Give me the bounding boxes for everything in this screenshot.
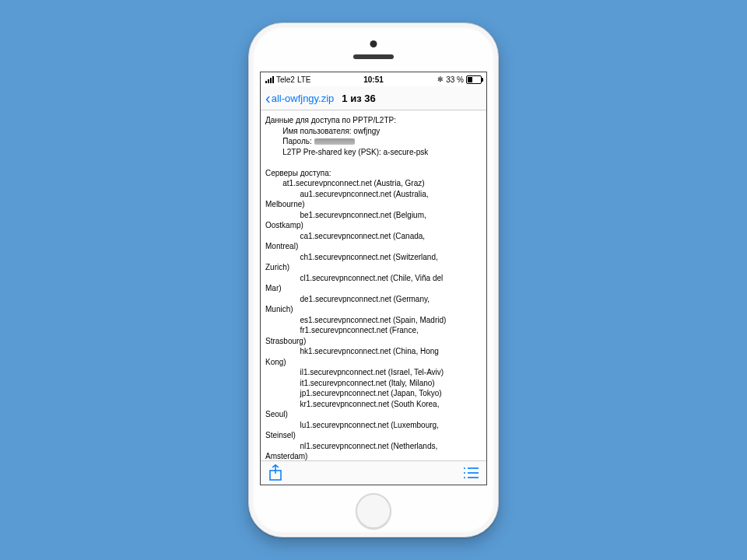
server-line: cl1.securevpnconnect.net (Chile, Viña de… <box>300 274 443 282</box>
psk-line: L2TP Pre-shared key (PSK): a-secure-psk <box>282 148 428 156</box>
server-line: il1.securevpnconnect.net (Israel, Tel-Av… <box>300 368 444 376</box>
doc-header: Данные для доступа по PPTP/L2TP: <box>265 116 396 124</box>
server-line: Steinsel) <box>265 431 296 439</box>
front-camera <box>370 40 377 47</box>
server-line: hk1.securevpnconnect.net (China, Hong <box>300 347 438 355</box>
servers-header: Серверы доступа: <box>265 169 331 177</box>
list-icon[interactable] <box>463 467 479 479</box>
earpiece-speaker <box>353 54 394 59</box>
server-line: kr1.securevpnconnect.net (South Korea, <box>300 400 439 408</box>
status-bar: Tele2 LTE 10:51 ✻ 33 % <box>261 72 486 86</box>
nav-title: 1 из 36 <box>342 93 375 104</box>
server-line: Seoul) <box>265 410 288 418</box>
server-line: ch1.securevpnconnect.net (Switzerland, <box>300 253 437 261</box>
server-line: au1.securevpnconnect.net (Australia, <box>300 190 428 198</box>
server-line: Melbourne) <box>265 200 305 208</box>
back-button[interactable]: all-owfjngy.zip <box>272 93 335 104</box>
back-chevron-icon[interactable]: ‹ <box>265 90 271 106</box>
svg-point-1 <box>464 467 465 469</box>
phone-frame: Tele2 LTE 10:51 ✻ 33 % ‹ all-owfjngy.zip… <box>248 23 499 537</box>
server-line: Kong) <box>265 358 286 366</box>
username-line: Имя пользователя: owfjngy <box>282 127 380 135</box>
server-line: it1.securevpnconnect.net (Italy, Milano) <box>300 379 434 387</box>
server-line: Mar) <box>265 284 282 292</box>
server-line: lu1.securevpnconnect.net (Luxembourg, <box>300 421 438 429</box>
server-line: Strasbourg) <box>265 337 306 345</box>
server-line: Oostkamp) <box>265 221 303 229</box>
screen: Tele2 LTE 10:51 ✻ 33 % ‹ all-owfjngy.zip… <box>260 72 487 485</box>
nav-bar: ‹ all-owfjngy.zip 1 из 36 <box>261 86 486 110</box>
server-line: Zurich) <box>265 263 289 271</box>
server-line: es1.securevpnconnect.net (Spain, Madrid) <box>300 316 446 324</box>
bottom-toolbar <box>261 460 486 485</box>
server-line: fr1.securevpnconnect.net (France, <box>300 326 418 334</box>
server-line: nl1.securevpnconnect.net (Netherlands, <box>300 442 437 450</box>
battery-icon <box>466 75 482 84</box>
server-line: at1.securevpnconnect.net (Austria, Graz) <box>282 179 424 187</box>
server-line: jp1.securevpnconnect.net (Japan, Tokyo) <box>300 389 441 397</box>
server-line: be1.securevpnconnect.net (Belgium, <box>300 211 426 219</box>
server-line: Montreal) <box>265 242 298 250</box>
server-line: Amsterdam) <box>265 452 307 460</box>
password-redacted <box>314 138 355 145</box>
server-line: de1.securevpnconnect.net (Germany, <box>300 295 430 303</box>
status-time: 10:51 <box>261 75 486 84</box>
home-button[interactable] <box>356 493 391 529</box>
svg-point-3 <box>464 472 465 474</box>
password-prefix: Пароль: <box>282 137 314 145</box>
server-line: ca1.securevpnconnect.net (Canada, <box>300 232 425 240</box>
document-body[interactable]: Данные для доступа по PPTP/L2TP: Имя пол… <box>261 110 486 460</box>
share-icon[interactable] <box>268 464 282 481</box>
svg-point-5 <box>464 477 465 478</box>
server-line: Munich) <box>265 305 293 313</box>
